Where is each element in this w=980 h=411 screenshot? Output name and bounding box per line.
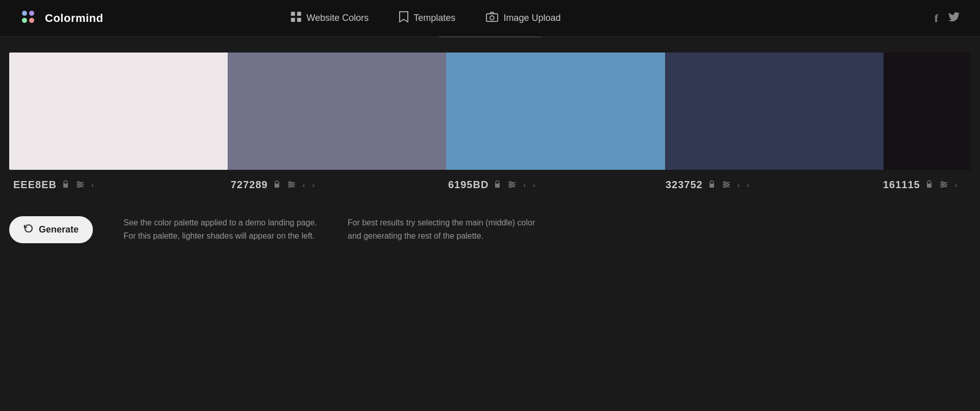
svg-point-42 (941, 182, 943, 184)
arrow-right-3[interactable]: › (745, 180, 751, 190)
swatch-2[interactable] (446, 53, 665, 170)
palette-section: EEE8EB › 727289 (0, 37, 980, 196)
label-cell-4: 161115 ‹ (879, 179, 971, 191)
svg-point-9 (490, 16, 494, 20)
svg-point-43 (944, 184, 946, 186)
label-cell-1: 727289 ‹ › (227, 179, 444, 191)
lock-icon-1[interactable] (272, 179, 282, 191)
nav-image-upload[interactable]: Image Upload (486, 12, 560, 24)
lock-icon-2[interactable] (493, 179, 502, 191)
facebook-icon[interactable]: f (935, 12, 938, 25)
svg-point-2 (22, 18, 27, 23)
svg-point-36 (726, 184, 728, 186)
label-cell-2: 6195BD ‹ › (444, 179, 662, 191)
adjust-icon-1[interactable] (286, 179, 297, 190)
grid-icon (290, 11, 302, 25)
svg-point-14 (78, 182, 80, 184)
swatch-1[interactable] (228, 53, 446, 170)
arrow-left-3[interactable]: ‹ (736, 180, 742, 190)
logo-title: Colormind (45, 12, 104, 25)
swatch-4[interactable] (884, 53, 971, 170)
adjust-icon-0[interactable] (75, 179, 86, 190)
logo-icon (20, 9, 39, 28)
hex-3: 323752 (666, 179, 703, 191)
hex-2: 6195BD (448, 179, 488, 191)
svg-point-30 (509, 186, 511, 188)
svg-point-22 (291, 184, 293, 186)
hint-right: For best results try selecting the main … (348, 216, 535, 242)
nav-website-colors[interactable]: Website Colors (290, 11, 369, 25)
lock-icon-3[interactable] (707, 179, 717, 191)
label-cell-3: 323752 ‹ › (662, 179, 879, 191)
svg-point-28 (509, 182, 511, 184)
hex-1: 727289 (231, 179, 268, 191)
svg-rect-7 (297, 18, 301, 22)
social-links: f (935, 12, 960, 25)
svg-point-15 (80, 184, 82, 186)
lock-icon-4[interactable] (924, 179, 934, 191)
adjust-icon-2[interactable] (506, 179, 518, 190)
svg-rect-17 (275, 184, 279, 188)
arrow-left-1[interactable]: ‹ (301, 180, 307, 190)
refresh-icon (23, 223, 34, 236)
nav-templates[interactable]: Templates (399, 11, 455, 25)
nav-templates-label: Templates (413, 13, 455, 23)
svg-rect-5 (297, 12, 301, 16)
svg-point-0 (22, 11, 27, 16)
label-cell-0: EEE8EB › (9, 179, 227, 191)
bottom-section: Generate See the color palette applied t… (0, 196, 980, 259)
svg-point-1 (29, 11, 34, 16)
nav-website-colors-label: Website Colors (307, 13, 369, 23)
arrow-right-2[interactable]: › (531, 180, 537, 190)
svg-rect-38 (927, 184, 932, 188)
logo[interactable]: Colormind (20, 9, 104, 28)
svg-point-3 (29, 18, 34, 23)
twitter-icon[interactable] (948, 12, 960, 24)
svg-point-29 (512, 184, 514, 186)
generate-button[interactable]: Generate (9, 216, 93, 243)
nav-image-upload-label: Image Upload (503, 13, 560, 23)
arrow-right-0[interactable]: › (90, 180, 95, 190)
swatch-3[interactable] (665, 53, 884, 170)
svg-point-35 (724, 182, 726, 184)
color-labels: EEE8EB › 727289 (9, 170, 971, 196)
camera-icon (486, 12, 498, 24)
hint-left: See the color palette applied to a demo … (124, 216, 317, 242)
svg-point-21 (289, 182, 291, 184)
palette-strip (9, 53, 971, 170)
svg-rect-10 (63, 184, 68, 188)
arrow-right-1[interactable]: › (310, 180, 316, 190)
hex-4: 161115 (883, 179, 920, 191)
svg-point-37 (724, 186, 726, 188)
svg-point-16 (78, 186, 80, 188)
arrow-left-4[interactable]: ‹ (953, 180, 959, 190)
swatch-0[interactable] (9, 53, 228, 170)
lock-icon-0[interactable] (61, 179, 70, 191)
generate-label: Generate (39, 224, 79, 235)
bookmark-icon (399, 11, 408, 25)
svg-rect-4 (291, 12, 295, 16)
hex-0: EEE8EB (13, 179, 57, 191)
adjust-icon-4[interactable] (938, 179, 949, 190)
svg-point-44 (941, 186, 943, 188)
main-nav: Website Colors Templates Image Upload (290, 11, 561, 25)
svg-rect-24 (495, 184, 500, 188)
svg-point-23 (289, 186, 291, 188)
svg-rect-6 (291, 18, 295, 22)
arrow-left-2[interactable]: ‹ (522, 180, 527, 190)
adjust-icon-3[interactable] (721, 179, 732, 190)
svg-rect-31 (709, 184, 714, 188)
